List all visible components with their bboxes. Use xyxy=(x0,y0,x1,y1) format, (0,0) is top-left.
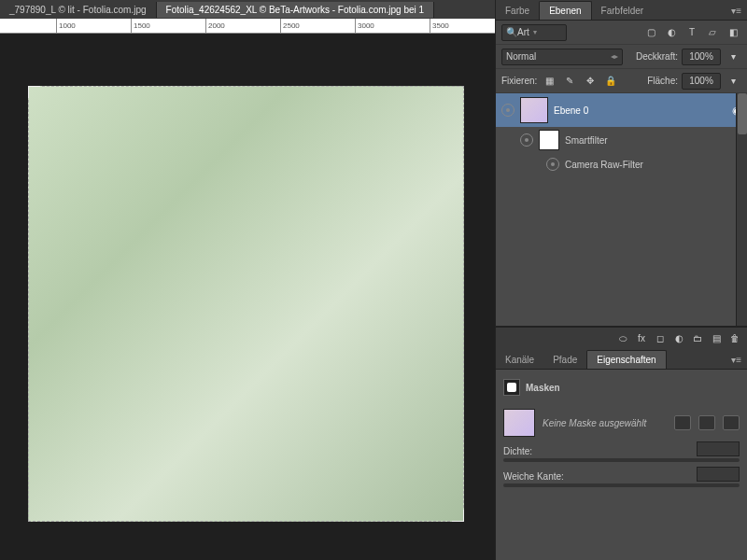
lock-row: Fixieren: ▦ ✎ ✥ 🔒 Fläche: 100% ▾ xyxy=(496,69,747,93)
layer-smartfilter[interactable]: Smartfilter xyxy=(496,127,747,153)
lock-label: Fixieren: xyxy=(501,76,537,86)
filter-smart-icon[interactable]: ◧ xyxy=(725,24,741,41)
new-layer-icon[interactable]: ▤ xyxy=(708,330,725,347)
opacity-chevron-icon[interactable]: ▾ xyxy=(725,49,741,65)
layer-fx-icon[interactable]: fx xyxy=(633,330,650,347)
pixel-mask-icon[interactable] xyxy=(674,415,691,430)
layers-panel-tabs: Farbe Ebenen Farbfelder ▾≡ xyxy=(496,0,747,21)
ruler-tick: 1000 xyxy=(56,19,76,33)
layer-filter-row: 🔍 Art ▾ ▢ ◐ T ▱ ◧ xyxy=(496,21,747,45)
filter-name: Camera Raw-Filter xyxy=(565,160,643,170)
mask-thumbnail[interactable] xyxy=(503,409,535,437)
fill-label: Fläche: xyxy=(647,76,678,86)
search-icon: 🔍 xyxy=(506,27,517,37)
properties-panel-body: Masken Keine Maske ausgewählt Dichte: We… xyxy=(496,370,747,560)
filter-mask-thumbnail[interactable] xyxy=(539,130,559,150)
lock-all-icon[interactable]: 🔒 xyxy=(602,73,619,90)
ruler-tick: 3000 xyxy=(355,19,374,33)
fill-value[interactable]: 100% xyxy=(682,73,721,90)
mask-mode-icon[interactable] xyxy=(503,379,520,396)
properties-panel-tabs: Kanäle Pfade Eigenschaften ▾≡ xyxy=(496,349,747,370)
layer-filter-dropdown[interactable]: 🔍 Art ▾ xyxy=(501,24,567,41)
blend-mode-dropdown[interactable]: Normal ◂▸ xyxy=(501,49,623,65)
lock-pixels-icon[interactable]: ▦ xyxy=(541,73,557,90)
layers-list: Ebene 0 ◉ Smartfilter Camera Raw-Filter … xyxy=(496,93,747,327)
no-mask-label: Keine Maske ausgewählt xyxy=(543,418,646,428)
canvas-image[interactable] xyxy=(28,86,464,522)
ruler-tick: 3500 xyxy=(430,19,449,33)
adjustment-layer-icon[interactable]: ◐ xyxy=(670,330,687,347)
layers-panel-footer: ⬭ fx ◻ ◐ 🗀 ▤ 🗑 xyxy=(496,327,747,349)
layer-thumbnail[interactable] xyxy=(520,97,548,123)
filter-adjust-icon[interactable]: ◐ xyxy=(663,24,680,41)
chevron-down-icon: ▾ xyxy=(533,28,537,36)
filter-text-icon[interactable]: T xyxy=(684,24,700,41)
ruler-tick: 1500 xyxy=(131,19,150,33)
new-group-icon[interactable]: 🗀 xyxy=(689,330,706,347)
properties-header: Masken xyxy=(503,375,740,399)
smartfilter-label: Smartfilter xyxy=(565,135,608,146)
layer-ebene0[interactable]: Ebene 0 ◉ xyxy=(496,93,747,127)
fill-chevron-icon[interactable]: ▾ xyxy=(725,73,741,90)
density-slider-row: Dichte: xyxy=(503,446,740,462)
mask-type-icons xyxy=(674,415,740,430)
blend-mode-row: Normal ◂▸ Deckkraft: 100% ▾ xyxy=(496,45,747,69)
mask-thumbnail-row: Keine Maske ausgewählt xyxy=(503,409,740,437)
add-mask-icon[interactable] xyxy=(723,415,740,430)
visibility-toggle-icon[interactable] xyxy=(520,133,533,147)
tab-kanale[interactable]: Kanäle xyxy=(496,351,543,369)
density-label: Dichte: xyxy=(503,446,532,456)
feather-slider[interactable] xyxy=(503,483,740,487)
ruler-tick: 2500 xyxy=(280,19,300,33)
document-tab-active[interactable]: Fotolia_42624562_XL © BeTa-Artworks - Fo… xyxy=(157,2,435,18)
tab-farbfelder[interactable]: Farbfelder xyxy=(592,2,654,20)
ruler-tick: 2000 xyxy=(205,19,225,33)
filter-label: Art xyxy=(517,27,529,37)
feather-label: Weiche Kante: xyxy=(503,471,564,482)
link-layers-icon[interactable]: ⬭ xyxy=(614,330,631,347)
visibility-toggle-icon[interactable] xyxy=(501,104,514,117)
tab-eigenschaften[interactable]: Eigenschaften xyxy=(586,350,666,369)
document-tab-inactive[interactable]: _797890_L © lit - Fotolia.com.jpg xyxy=(0,2,157,18)
tab-farbe[interactable]: Farbe xyxy=(496,2,539,20)
vector-mask-icon[interactable] xyxy=(698,415,715,430)
lock-brush-icon[interactable]: ✎ xyxy=(561,73,578,90)
visibility-toggle-icon[interactable] xyxy=(546,158,559,171)
density-value[interactable] xyxy=(697,441,740,456)
right-panels: Farbe Ebenen Farbfelder ▾≡ 🔍 Art ▾ ▢ ◐ T… xyxy=(495,0,747,560)
filter-image-icon[interactable]: ▢ xyxy=(642,24,659,41)
filter-shape-icon[interactable]: ▱ xyxy=(704,24,721,41)
chevron-down-icon: ◂▸ xyxy=(611,52,618,61)
opacity-label: Deckkraft: xyxy=(636,51,678,62)
scrollbar-thumb[interactable] xyxy=(738,93,747,134)
density-slider[interactable] xyxy=(503,458,740,462)
feather-value[interactable] xyxy=(697,467,740,482)
blend-mode-value: Normal xyxy=(506,51,536,62)
lock-move-icon[interactable]: ✥ xyxy=(582,73,599,90)
layer-name[interactable]: Ebene 0 xyxy=(554,105,588,116)
panel-menu-icon[interactable]: ▾≡ xyxy=(726,2,747,20)
feather-slider-row: Weiche Kante: xyxy=(503,471,740,487)
properties-title: Masken xyxy=(526,383,560,393)
panel-menu-icon[interactable]: ▾≡ xyxy=(726,351,747,369)
tab-pfade[interactable]: Pfade xyxy=(543,351,586,369)
delete-layer-icon[interactable]: 🗑 xyxy=(726,330,743,347)
layer-camera-raw-filter[interactable]: Camera Raw-Filter ≡ xyxy=(496,153,747,175)
opacity-value[interactable]: 100% xyxy=(682,49,721,65)
add-mask-icon[interactable]: ◻ xyxy=(652,330,669,347)
tab-ebenen[interactable]: Ebenen xyxy=(539,1,591,20)
layers-scrollbar[interactable] xyxy=(736,93,747,326)
